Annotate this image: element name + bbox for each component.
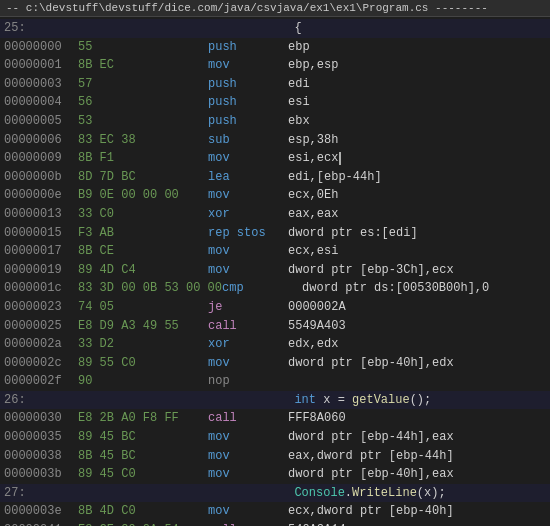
asm-mnemonic: cmp [222,279,302,298]
asm-bytes: E8 CE 39 0A 54 [78,521,208,526]
asm-mnemonic: mov [208,56,288,75]
asm-mnemonic: call [208,521,288,526]
table-row: 0000000eB9 0E 00 00 00movecx,0Eh [0,186,550,205]
table-row: 000000098B F1movesi,ecx [0,149,550,168]
asm-operands: dword ptr [ebp-40h],edx [288,354,454,373]
table-row: 26: int x = getValue(); [0,391,550,410]
asm-operands: ebp,esp [288,56,338,75]
table-row: 0000001333 C0xoreax,eax [0,205,550,224]
asm-operands: dword ptr ds:[00530B00h],0 [302,279,489,298]
asm-operands: ecx,dword ptr [ebp-40h] [288,502,454,521]
asm-operands: ecx,esi [288,242,338,261]
asm-mnemonic: push [208,38,288,57]
asm-bytes: F3 AB [78,224,208,243]
asm-mnemonic: xor [208,335,288,354]
asm-bytes: 8D 7D BC [78,168,208,187]
asm-address: 00000041 [4,521,78,526]
src-indent [78,391,208,410]
asm-address: 00000009 [4,149,78,168]
asm-address: 0000000b [4,168,78,187]
asm-mnemonic: je [208,298,288,317]
asm-address: 00000000 [4,38,78,57]
asm-address: 0000002c [4,354,78,373]
asm-bytes: 8B EC [78,56,208,75]
asm-mnemonic: push [208,93,288,112]
asm-bytes: 83 3D 00 0B 53 00 00 [78,279,222,298]
asm-operands: esi,ecx [288,149,341,168]
table-row: 0000001989 4D C4movdword ptr [ebp-3Ch],e… [0,261,550,280]
asm-operands: edi [288,75,310,94]
asm-mnemonic: push [208,112,288,131]
asm-operands: dword ptr [ebp-40h],eax [288,465,454,484]
table-row: 0000000553pushebx [0,112,550,131]
asm-mnemonic: mov [208,354,288,373]
table-row: 27: Console.WriteLine(x); [0,484,550,503]
src-code: { [208,19,302,38]
asm-address: 0000003b [4,465,78,484]
table-row: 000000178B CEmovecx,esi [0,242,550,261]
table-row: 0000002a33 D2xoredx,edx [0,335,550,354]
asm-operands: 5549A403 [288,317,346,336]
disassembly-view: 25: {0000000055pushebp000000018B ECmoveb… [0,17,550,526]
src-indent [78,19,208,38]
asm-mnemonic: sub [208,131,288,150]
asm-bytes: E8 D9 A3 49 55 [78,317,208,336]
src-line-number: 27: [4,484,78,503]
asm-bytes: 55 [78,38,208,57]
asm-operands: edx,edx [288,335,338,354]
asm-address: 0000001c [4,279,78,298]
text-cursor [339,152,341,165]
asm-bytes: 8B 4D C0 [78,502,208,521]
asm-operands: eax,eax [288,205,338,224]
asm-operands: 540A3A14 [288,521,346,526]
asm-bytes: 53 [78,112,208,131]
src-indent [78,484,208,503]
table-row: 0000003589 45 BCmovdword ptr [ebp-44h],e… [0,428,550,447]
asm-mnemonic: mov [208,447,288,466]
table-row: 00000041E8 CE 39 0A 54call540A3A14 [0,521,550,526]
asm-mnemonic: call [208,317,288,336]
table-row: 000000388B 45 BCmoveax,dword ptr [ebp-44… [0,447,550,466]
asm-mnemonic: rep stos [208,224,288,243]
file-header: -- c:\devstuff\devstuff/dice.com/java/cs… [0,0,550,17]
asm-mnemonic: mov [208,186,288,205]
table-row: 0000002f90nop [0,372,550,391]
asm-mnemonic: push [208,75,288,94]
asm-bytes: 89 45 BC [78,428,208,447]
asm-address: 00000004 [4,93,78,112]
asm-address: 00000015 [4,224,78,243]
asm-bytes: 89 4D C4 [78,261,208,280]
asm-operands: dword ptr [ebp-3Ch],ecx [288,261,454,280]
asm-operands: FFF8A060 [288,409,346,428]
asm-address: 0000002f [4,372,78,391]
asm-operands: dword ptr [ebp-44h],eax [288,428,454,447]
src-line-number: 25: [4,19,78,38]
asm-operands: edi,[ebp-44h] [288,168,382,187]
src-code: int x = getValue(); [208,391,431,410]
asm-address: 0000003e [4,502,78,521]
asm-mnemonic: mov [208,242,288,261]
asm-address: 00000023 [4,298,78,317]
asm-bytes: 90 [78,372,208,391]
table-row: 0000000683 EC 38subesp,38h [0,131,550,150]
table-row: 25: { [0,19,550,38]
asm-bytes: 56 [78,93,208,112]
asm-address: 0000002a [4,335,78,354]
asm-address: 00000017 [4,242,78,261]
table-row: 0000003b89 45 C0movdword ptr [ebp-40h],e… [0,465,550,484]
asm-mnemonic: mov [208,149,288,168]
asm-bytes: 89 45 C0 [78,465,208,484]
table-row: 0000000456pushesi [0,93,550,112]
asm-mnemonic: call [208,409,288,428]
asm-mnemonic: mov [208,465,288,484]
asm-operands: esp,38h [288,131,338,150]
asm-address: 00000019 [4,261,78,280]
table-row: 0000000b8D 7D BCleaedi,[ebp-44h] [0,168,550,187]
asm-address: 00000025 [4,317,78,336]
asm-bytes: 8B 45 BC [78,447,208,466]
table-row: 00000025E8 D9 A3 49 55call5549A403 [0,317,550,336]
asm-operands: ebx [288,112,310,131]
table-row: 0000003e8B 4D C0movecx,dword ptr [ebp-40… [0,502,550,521]
asm-address: 00000001 [4,56,78,75]
asm-bytes: 8B CE [78,242,208,261]
